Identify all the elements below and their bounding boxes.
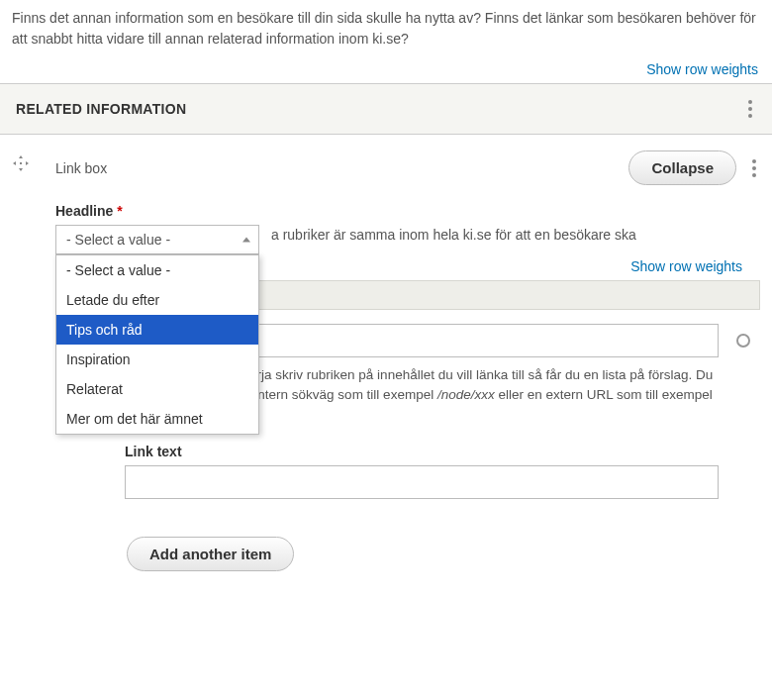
show-row-weights-inner-link[interactable]: Show row weights (630, 258, 742, 274)
item-menu-icon[interactable] (748, 155, 760, 181)
headline-label: Headline * (55, 203, 760, 219)
section-menu-icon[interactable] (744, 96, 756, 122)
link-text-label: Link text (125, 444, 760, 459)
headline-help-text: a rubriker är samma inom hela ki.se för … (259, 225, 760, 246)
link-text-input[interactable] (125, 465, 719, 499)
related-information-header: RELATED INFORMATION (0, 83, 772, 135)
item-type-label: Link box (55, 160, 107, 176)
link-text-field-block: Link text (125, 444, 760, 499)
headline-dropdown: - Select a value -Letade du efterTips oc… (55, 254, 259, 435)
headline-select[interactable]: - Select a value - - Select a value -Let… (55, 225, 259, 254)
drag-handle-icon[interactable] (12, 150, 36, 591)
show-row-weights-link[interactable]: Show row weights (646, 61, 758, 77)
section-title: RELATED INFORMATION (16, 101, 186, 117)
headline-option[interactable]: - Select a value - (56, 255, 258, 285)
headline-option[interactable]: Letade du efter (56, 285, 258, 315)
add-another-item-button[interactable]: Add another item (127, 537, 294, 571)
headline-option[interactable]: Inspiration (56, 345, 258, 374)
select-display[interactable]: - Select a value - (55, 225, 259, 254)
collapse-button[interactable]: Collapse (628, 150, 736, 185)
headline-option[interactable]: Tips och råd (56, 315, 258, 345)
link-box-item: Link box Collapse Headline * - Select a … (0, 135, 772, 591)
intro-text: Finns det annan information som en besök… (0, 0, 772, 57)
headline-option[interactable]: Relaterat (56, 374, 258, 404)
headline-option[interactable]: Mer om det här ämnet (56, 404, 258, 434)
